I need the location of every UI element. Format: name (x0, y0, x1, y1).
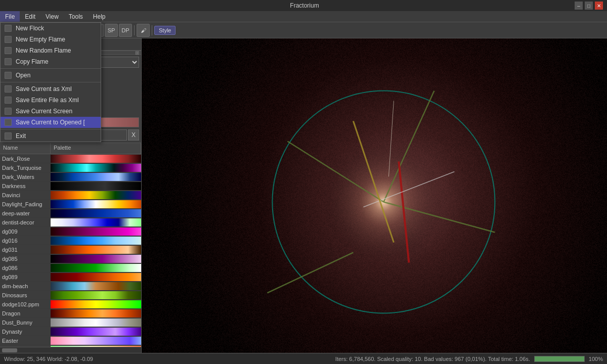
color-x-button[interactable]: X (128, 129, 139, 141)
palette-row[interactable]: Darkness (0, 181, 141, 191)
toolbar-style-btn[interactable]: Style (154, 26, 176, 35)
menu-file[interactable]: File (0, 11, 20, 22)
palette-name: dg086 (0, 265, 51, 271)
palette-row[interactable]: dg016 (0, 236, 141, 245)
palette-row[interactable]: dg009 (0, 227, 141, 236)
palette-swatch (51, 309, 141, 317)
menu-bar: File Edit View Tools Help (0, 11, 607, 22)
palette-list-container[interactable]: Dark_Rose Dark_Turquoise Dark_Waters Dar… (0, 154, 141, 347)
menu-save-xml[interactable]: Save Current as Xml (1, 83, 101, 95)
new-flock-icon (5, 25, 12, 32)
palette-swatch (51, 255, 141, 263)
menu-new-random-flame[interactable]: New Random Flame (1, 45, 101, 56)
palette-swatch (51, 228, 141, 236)
menu-new-flock[interactable]: New Flock (1, 23, 101, 34)
window-title: Fractorium (34, 2, 575, 9)
exit-icon (5, 132, 12, 140)
palette-swatch (51, 291, 141, 299)
palette-swatch (51, 300, 141, 308)
minimize-button[interactable]: – (575, 2, 583, 10)
close-button[interactable]: ✕ (595, 2, 603, 10)
palette-list-section: Name Palette Dark_Rose Dark_Turquoise Da… (0, 143, 141, 347)
palette-name: dg016 (0, 238, 51, 244)
palette-row[interactable]: Davinci (0, 191, 141, 200)
palette-swatch (51, 218, 141, 226)
palette-row[interactable]: dg085 (0, 254, 141, 263)
palette-swatch (51, 337, 141, 345)
menu-copy-flame[interactable]: Copy Flame (1, 56, 101, 67)
palette-swatch (51, 328, 141, 336)
palette-row[interactable]: Dark_Rose (0, 154, 141, 163)
palette-name: Dark_Waters (0, 174, 51, 180)
palette-row[interactable]: Dark_Turquoise (0, 163, 141, 172)
toolbar-sep-2 (134, 25, 135, 35)
progress-bar-container (534, 356, 585, 362)
maximize-button[interactable]: □ (585, 2, 593, 10)
palette-row[interactable]: dg031 (0, 245, 141, 254)
toolbar-sp-btn[interactable]: SP (105, 24, 118, 37)
sep-2 (1, 82, 101, 82)
status-right: Iters: 6,784,560. Scaled quality: 10. Ba… (335, 356, 603, 362)
palette-row[interactable]: dg089 (0, 272, 141, 282)
new-empty-flame-label: New Empty Flame (16, 36, 65, 43)
palette-row[interactable]: Dragon (0, 309, 141, 318)
save-screen-icon (5, 108, 12, 115)
save-opened-icon (5, 119, 12, 126)
new-flock-label: New Flock (16, 25, 44, 32)
h-scroll-thumb[interactable] (2, 348, 17, 352)
new-random-flame-label: New Random Flame (16, 47, 71, 54)
palette-name: dg009 (0, 229, 51, 235)
palette-row[interactable]: dentist-decor (0, 218, 141, 227)
open-icon (5, 72, 12, 79)
palette-swatch (51, 155, 141, 163)
sep-3 (1, 129, 101, 129)
col-header-palette: Palette (51, 143, 141, 154)
menu-exit[interactable]: Exit (1, 130, 101, 142)
menu-save-screen[interactable]: Save Current Screen (1, 106, 101, 117)
menu-save-entire-xml[interactable]: Save Entire File as Xml (1, 95, 101, 106)
h-scroll-bar[interactable] (0, 347, 141, 353)
palette-name: Dynasty (0, 329, 51, 335)
menu-tools[interactable]: Tools (64, 11, 88, 22)
toolbar-sep-3 (152, 25, 152, 35)
palette-name: Dragon (0, 310, 51, 316)
palette-name: dodge102.ppm (0, 301, 51, 307)
palette-name: dg089 (0, 274, 51, 280)
canvas-area (142, 38, 607, 353)
palette-swatch (51, 191, 141, 199)
new-random-flame-icon (5, 47, 12, 54)
save-entire-xml-icon (5, 97, 12, 104)
menu-edit[interactable]: Edit (20, 11, 40, 22)
palette-row[interactable]: Dynasty (0, 327, 141, 336)
palette-name: dentist-decor (0, 219, 51, 225)
palette-swatch (51, 237, 141, 245)
palette-swatch (51, 318, 141, 327)
palette-swatch (51, 164, 141, 172)
palette-row[interactable]: dg086 (0, 263, 141, 272)
save-opened-label: Save Current to Opened [ (16, 119, 85, 126)
palette-swatch (51, 264, 141, 272)
palette-row[interactable]: Dark_Waters (0, 172, 141, 181)
palette-row[interactable]: Daylight_Fading (0, 200, 141, 209)
toolbar-paint-btn[interactable]: 🖌 (137, 24, 150, 37)
new-empty-flame-icon (5, 36, 12, 43)
palette-row[interactable]: Dust_Bunny (0, 318, 141, 327)
menu-open[interactable]: Open (1, 70, 101, 81)
palette-row[interactable]: dodge102.ppm (0, 300, 141, 309)
menu-new-empty-flame[interactable]: New Empty Flame (1, 34, 101, 45)
toolbar-dp-btn[interactable]: DP (119, 24, 132, 37)
palette-row[interactable]: Easter (0, 336, 141, 345)
palette-swatch (51, 182, 141, 190)
palette-swatch (51, 209, 141, 217)
palette-row[interactable]: dim-beach (0, 282, 141, 291)
palette-name: Darkness (0, 183, 51, 189)
file-dropdown: New Flock New Empty Flame New Random Fla… (0, 22, 101, 142)
menu-help[interactable]: Help (88, 11, 111, 22)
palette-name: Davinci (0, 192, 51, 198)
palette-name: Dark_Turquoise (0, 165, 51, 171)
sep-1 (1, 68, 101, 69)
menu-view[interactable]: View (40, 11, 64, 22)
palette-row[interactable]: deep-water (0, 209, 141, 218)
menu-save-opened[interactable]: Save Current to Opened [ (1, 117, 101, 128)
palette-row[interactable]: Dinosaurs (0, 291, 141, 300)
